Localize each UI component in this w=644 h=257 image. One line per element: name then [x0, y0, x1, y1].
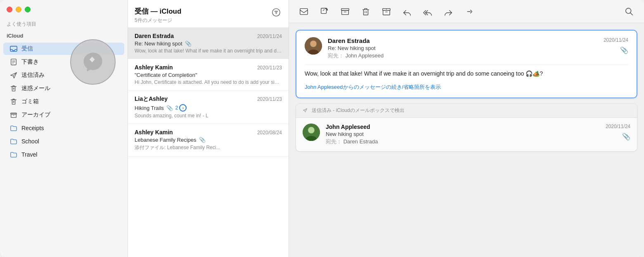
svg-rect-11 [11, 114, 17, 117]
thread-count-3: 2 [175, 105, 178, 111]
email-list-header-info: 受信 — iCloud 5件のメッセージ [135, 7, 181, 24]
sidebar-item-label-school: School [21, 138, 39, 145]
svg-point-27 [626, 8, 631, 13]
trash-icon [10, 98, 17, 105]
junk-toolbar-button[interactable] [380, 5, 393, 18]
svg-line-19 [323, 9, 324, 11]
email-preview-2: Hi John, Certificate is attached. All yo… [135, 79, 282, 85]
archive-sidebar-icon [10, 111, 17, 119]
email-item-1[interactable]: Daren Estrada 2020/11/24 Re: New hiking … [128, 28, 289, 59]
sidebar-item-label-drafts: 下書き [21, 58, 39, 66]
email-sender-4: Ashley Kamin [135, 129, 173, 136]
compose-button[interactable] [318, 5, 331, 18]
email-subject-4: Lebanese Family Recipes [135, 137, 197, 143]
email-date-1: 2020/11/24 [257, 33, 282, 39]
folder-icon-receipts [10, 124, 17, 132]
attachment-icon-4: 📎 [199, 137, 206, 143]
sent-small-icon [303, 108, 308, 114]
svg-point-32 [310, 41, 316, 47]
sidebar-item-trash[interactable]: ゴミ箱 [3, 95, 124, 108]
reply-all-button[interactable] [421, 5, 434, 18]
email-date-2: 2020/11/23 [257, 65, 282, 71]
close-button[interactable] [7, 7, 12, 12]
svg-line-28 [630, 13, 632, 15]
folder-icon-travel [10, 151, 17, 158]
thread-circle-icon-3: › [179, 104, 187, 112]
email-card-subject-1: Re: New hiking spot [328, 45, 598, 51]
avatar-john [303, 124, 320, 141]
email-card-link-1[interactable]: John Appleseedからのメッセージの続き/省略箇所を表示 [305, 84, 441, 90]
sidebar-icloud-label: iCloud [0, 31, 128, 42]
email-preview-4: 添付ファイル: Lebanese Family Reci... [135, 144, 282, 151]
junk-icon [10, 85, 17, 92]
svg-rect-17 [300, 8, 308, 14]
sidebar-item-school[interactable]: School [3, 135, 124, 148]
email-date-4: 2020/08/24 [257, 130, 282, 136]
filter-button[interactable] [270, 7, 282, 18]
email-card-sent-header: 送信済み - iCloudのメールボックスで検出 [296, 104, 637, 118]
email-card-sent-date: 2020/11/24 [606, 124, 630, 129]
svg-rect-18 [321, 8, 327, 13]
svg-point-37 [308, 127, 314, 133]
main-pane: Daren Estrada Re: New hiking spot 宛先： Jo… [289, 0, 644, 257]
email-date-3: 2020/11/23 [257, 96, 282, 102]
sidebar: よく使う項目 iCloud 受信 下書き [0, 0, 128, 257]
email-list: Daren Estrada 2020/11/24 Re: New hiking … [128, 28, 289, 257]
sidebar-item-label-trash: ゴミ箱 [21, 98, 39, 105]
email-card-to-value-1: John Appleseed [346, 52, 384, 59]
email-card-attach-icon-1: 📎 [620, 46, 628, 54]
svg-rect-21 [342, 10, 349, 14]
email-detail-area: Daren Estrada Re: New hiking spot 宛先： Jo… [289, 23, 644, 257]
email-card-1: Daren Estrada Re: New hiking spot 宛先： Jo… [296, 30, 637, 98]
email-card-sent-meta: John Appleseed New hiking spot 宛先： Daren… [326, 124, 600, 145]
maximize-button[interactable] [25, 7, 31, 12]
avatar-daren [305, 37, 322, 55]
sidebar-item-label-receipts: Receipts [21, 125, 44, 131]
email-card-2: 送信済み - iCloudのメールボックスで検出 John Appleseed [296, 103, 637, 152]
attachment-icon-1: 📎 [185, 40, 192, 47]
traffic-lights [0, 0, 128, 12]
attachment-icon-3: 📎 [166, 105, 173, 111]
sidebar-item-archive[interactable]: アーカイブ [3, 109, 124, 121]
delete-button[interactable] [359, 5, 372, 18]
email-list-header: 受信 — iCloud 5件のメッセージ [128, 0, 289, 28]
email-card-divider-1 [305, 64, 628, 65]
email-list-title: 受信 — iCloud [135, 7, 181, 16]
email-card-sent-attach-icon: 📎 [622, 133, 630, 140]
sidebar-section-header: よく使う項目 [0, 12, 128, 31]
email-card-sent-body: John Appleseed New hiking spot 宛先： Daren… [296, 118, 637, 151]
email-list-pane: 受信 — iCloud 5件のメッセージ Daren Estrada 2020/… [128, 0, 289, 257]
sidebar-item-label-inbox: 受信 [21, 45, 33, 52]
sidebar-item-label-sent: 送信済み [21, 71, 45, 79]
email-preview-3: Sounds amazing, count me in! - L [135, 113, 282, 119]
compose-new-button[interactable] [297, 5, 310, 18]
email-card-date-1: 2020/11/24 [604, 37, 628, 43]
forward-button[interactable] [442, 5, 455, 18]
email-subject-2: "Certificate of Completion" [135, 72, 197, 78]
sidebar-item-junk[interactable]: 迷惑メール [3, 82, 124, 95]
email-item-2[interactable]: Ashley Kamin 2020/11/23 "Certificate of … [128, 59, 289, 90]
more-button[interactable] [462, 5, 476, 18]
sidebar-item-travel[interactable]: Travel [3, 148, 124, 161]
sidebar-item-receipts[interactable]: Receipts [3, 122, 124, 134]
mail-window: よく使う項目 iCloud 受信 下書き [0, 0, 644, 257]
minimize-button[interactable] [16, 7, 21, 12]
email-subject-1: Re: New hiking spot [135, 40, 182, 47]
draft-icon [10, 58, 17, 66]
email-card-to-label-1: 宛先： [328, 52, 344, 59]
email-item-3[interactable]: LiaとAshley 2020/11/23 Hiking Trails 📎 2 … [128, 90, 289, 124]
thread-badge-3: 2 › [175, 104, 187, 112]
archive-toolbar-button[interactable] [339, 5, 352, 18]
toolbar [289, 0, 644, 23]
email-card-meta-1: Daren Estrada Re: New hiking spot 宛先： Jo… [328, 37, 598, 59]
email-sender-1: Daren Estrada [135, 33, 174, 39]
sidebar-item-label-travel: Travel [21, 151, 37, 158]
email-card-sent-to-label: 宛先： [326, 138, 342, 145]
email-sender-3: LiaとAshley [135, 95, 168, 103]
inbox-icon [10, 45, 17, 52]
email-card-to-1: 宛先： John Appleseed [328, 52, 598, 59]
search-button[interactable] [623, 5, 636, 18]
email-card-sent-to: 宛先： Daren Estrada [326, 138, 600, 145]
reply-button[interactable] [400, 5, 414, 18]
email-item-4[interactable]: Ashley Kamin 2020/08/24 Lebanese Family … [128, 124, 289, 157]
